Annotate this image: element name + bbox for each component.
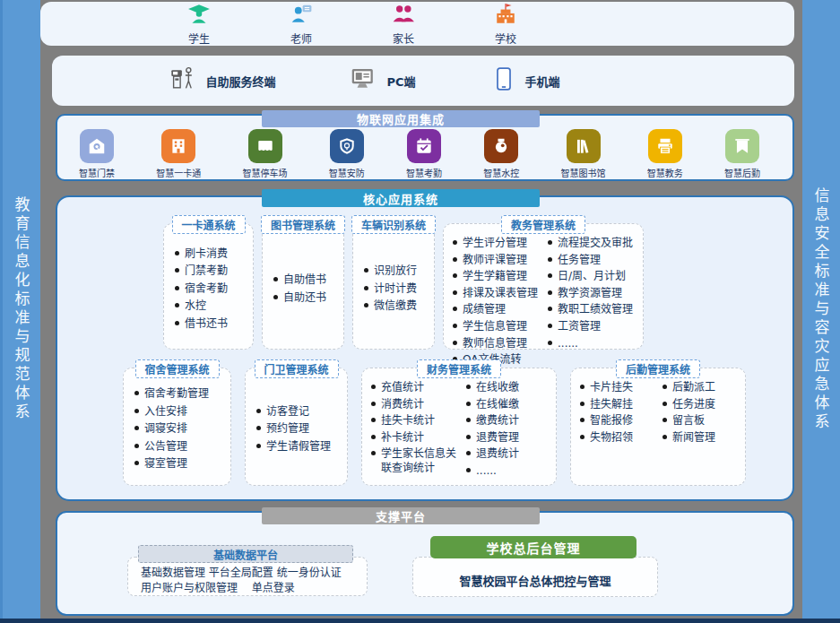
iot-label: 智慧考勤 bbox=[406, 166, 442, 179]
student-icon bbox=[187, 3, 211, 30]
iot-item-logistics: 智慧后勤 bbox=[724, 129, 760, 179]
system-item: 自助借书 bbox=[273, 273, 340, 288]
bullet bbox=[175, 321, 179, 325]
teacher-icon bbox=[290, 3, 313, 30]
system-box-vehicle: 车辆识别系统 识别放行 计时计费 微信缴费 bbox=[352, 223, 435, 350]
bullet bbox=[466, 451, 471, 455]
bullet bbox=[256, 409, 261, 413]
terminal-label: PC端 bbox=[386, 73, 415, 90]
parents-icon bbox=[392, 3, 415, 30]
system-item: 水控 bbox=[175, 299, 249, 314]
bullet bbox=[371, 418, 376, 422]
iot-integration-panel: 物联网应用集成 智慧门禁 智慧一卡通 智慧停车场 bbox=[56, 114, 794, 181]
system-item: 排课及课表管理 bbox=[453, 287, 546, 301]
bullet bbox=[662, 402, 667, 406]
bullet bbox=[662, 385, 667, 389]
system-item: 任务进度 bbox=[662, 398, 743, 412]
bullet bbox=[548, 324, 552, 328]
iot-item-library: 智慧图书馆 bbox=[561, 129, 606, 179]
system-item: ...... bbox=[548, 337, 641, 351]
bullet bbox=[371, 451, 376, 455]
system-item: 识别放行 bbox=[364, 264, 430, 279]
bottom-divider bbox=[0, 619, 840, 623]
support-platform-panel: 支撑平台 基础数据平台 基础数据管理 平台全局配置 统一身份认证 用户账户与权限… bbox=[56, 511, 794, 616]
system-item: 入住安排 bbox=[134, 405, 227, 420]
bullet bbox=[371, 385, 376, 389]
system-item: 日/周、月计划 bbox=[548, 270, 641, 284]
school-icon bbox=[494, 3, 517, 30]
system-item: ...... bbox=[466, 464, 554, 479]
system-item: 退费管理 bbox=[466, 431, 554, 446]
base-data-line2: 用户账户与权限管理 单点登录 bbox=[141, 581, 359, 596]
iot-item-parking: 智慧停车场 bbox=[243, 129, 288, 179]
user-role-label: 老师 bbox=[290, 30, 312, 46]
system-item: 新闻管理 bbox=[662, 431, 743, 446]
system-item: 预约管理 bbox=[256, 422, 343, 437]
bullet bbox=[548, 307, 552, 311]
kiosk-icon bbox=[169, 65, 196, 96]
system-item: 在线催缴 bbox=[466, 398, 554, 412]
system-item: 智能报修 bbox=[580, 414, 661, 428]
system-box-title: 门卫管理系统 bbox=[254, 359, 338, 378]
terminal-kiosk: 自助服务终端 bbox=[169, 65, 275, 96]
security-shield-icon bbox=[330, 129, 364, 163]
system-item: 教师评课管理 bbox=[453, 254, 546, 268]
user-role-parents: 家长 bbox=[368, 3, 438, 46]
system-item: 公告管理 bbox=[134, 440, 227, 454]
terminal-label: 自助服务终端 bbox=[205, 73, 275, 90]
door-access-icon bbox=[80, 129, 114, 163]
left-pillar: 教育信息化标准与规范体系 bbox=[0, 0, 40, 619]
system-item: 消费统计 bbox=[371, 398, 464, 412]
bullet bbox=[364, 286, 368, 290]
user-role-label: 家长 bbox=[393, 30, 414, 46]
user-role-label: 学生 bbox=[188, 30, 210, 46]
iot-item-security: 智慧安防 bbox=[329, 129, 365, 179]
iot-label: 智慧水控 bbox=[483, 166, 519, 179]
school-backend-header: 学校总后台管理 bbox=[430, 536, 636, 558]
iot-item-water: 智慧水控 bbox=[483, 129, 519, 179]
system-item: 微信缴费 bbox=[364, 299, 430, 314]
system-box-onecard: 一卡通系统 刷卡消费 门禁考勤 宿舍考勤 水控 借书还书 bbox=[163, 223, 254, 350]
system-box-dormitory: 宿舍管理系统 宿舍考勤管理 入住安排 调寝安排 公告管理 寝室管理 bbox=[123, 368, 231, 486]
system-item: 卡片挂失 bbox=[580, 381, 661, 395]
user-role-student: 学生 bbox=[164, 3, 234, 46]
system-item: 宿舍考勤 bbox=[175, 282, 249, 297]
system-item: 退费统计 bbox=[466, 447, 554, 462]
user-role-school: 学校 bbox=[471, 3, 541, 46]
base-data-line1: 基础数据管理 平台全局配置 统一身份认证 bbox=[141, 566, 359, 581]
right-pillar-label: 信息安全标准与容灾应急体系 bbox=[810, 187, 833, 432]
bullet bbox=[548, 341, 552, 345]
bullet bbox=[466, 435, 471, 439]
system-box-library: 图书管理系统 自助借书 自助还书 bbox=[262, 223, 344, 350]
system-item: 在线收缴 bbox=[466, 381, 554, 395]
system-item: 计时计费 bbox=[364, 282, 430, 297]
bullet bbox=[453, 290, 457, 295]
bullet bbox=[364, 303, 368, 307]
bullet bbox=[453, 240, 457, 245]
system-item: 挂失卡统计 bbox=[371, 414, 464, 428]
base-data-platform-title: 基础数据平台 bbox=[138, 545, 353, 563]
bullet bbox=[175, 268, 179, 273]
system-item: 寝室管理 bbox=[134, 457, 227, 472]
bullet bbox=[175, 251, 179, 255]
system-item: 门禁考勤 bbox=[175, 264, 249, 279]
system-item: 宿舍考勤管理 bbox=[134, 387, 227, 402]
bullet bbox=[134, 426, 139, 430]
system-item: 学生评分管理 bbox=[453, 237, 546, 251]
system-item: 学生学籍管理 bbox=[453, 270, 546, 284]
bullet bbox=[371, 435, 376, 439]
iot-label: 智慧教务 bbox=[647, 166, 683, 179]
system-box-title: 教务管理系统 bbox=[501, 215, 585, 234]
bullet bbox=[453, 341, 457, 345]
iot-label: 智慧安防 bbox=[329, 166, 365, 179]
terminal-label: 手机端 bbox=[525, 73, 560, 90]
system-item: 调寝安排 bbox=[134, 422, 227, 437]
school-backend-text: 智慧校园平台总体把控与管理 bbox=[459, 572, 611, 589]
bullet bbox=[273, 295, 278, 299]
bullet bbox=[662, 418, 667, 422]
user-role-teacher: 老师 bbox=[266, 3, 336, 46]
user-role-label: 学校 bbox=[495, 30, 516, 46]
system-item: 刷卡消费 bbox=[175, 247, 249, 262]
system-box-title: 一卡通系统 bbox=[171, 215, 245, 234]
bullet bbox=[453, 307, 457, 311]
